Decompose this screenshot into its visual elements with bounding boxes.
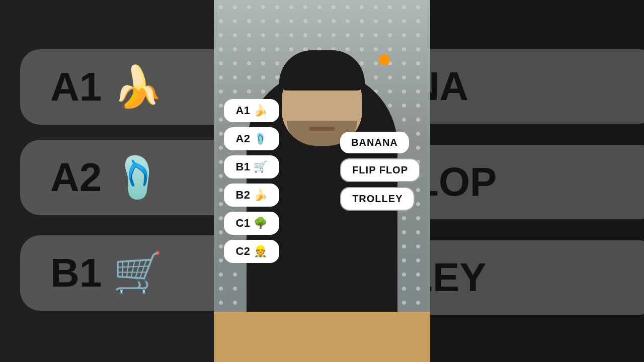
card-flipflop-label: FLIP FLOP — [352, 164, 408, 175]
card-banana[interactable]: BANANA — [340, 132, 409, 153]
card-b1[interactable]: B1 🛒 — [224, 155, 279, 178]
card-a2[interactable]: A2 🩴 — [224, 127, 279, 150]
card-a1-label: A1 🍌 — [235, 104, 267, 117]
bg-card-b1-text: B1 🛒 — [50, 250, 164, 295]
cards-area: A1 🍌 A2 🩴 B1 🛒 B2 🍌 C1 🌳 C2 👷 BANANA — [214, 0, 430, 362]
card-flipflop[interactable]: FLIP FLOP — [340, 158, 420, 182]
card-b2-label: B2 🍌 — [235, 189, 267, 201]
card-c2[interactable]: C2 👷 — [224, 240, 279, 263]
card-a2-label: A2 🩴 — [235, 132, 267, 145]
card-trolley-label: TROLLEY — [352, 193, 403, 204]
card-c1-label: C1 🌳 — [235, 217, 267, 229]
right-cards-column: BANANA FLIP FLOP TROLLEY — [340, 132, 420, 211]
card-a1[interactable]: A1 🍌 — [224, 99, 279, 122]
card-c2-label: C2 👷 — [235, 245, 267, 257]
card-c1[interactable]: C1 🌳 — [224, 212, 279, 235]
left-cards-column: A1 🍌 A2 🩴 B1 🛒 B2 🍌 C1 🌳 C2 👷 — [224, 99, 279, 263]
bg-card-a2-text: A2 🩴 — [50, 155, 164, 200]
card-b2[interactable]: B2 🍌 — [224, 184, 279, 207]
center-panel: A1 🍌 A2 🩴 B1 🛒 B2 🍌 C1 🌳 C2 👷 BANANA — [214, 0, 430, 362]
card-banana-label: BANANA — [351, 137, 398, 148]
card-trolley[interactable]: TROLLEY — [340, 187, 415, 211]
bg-card-a1-text: A1 🍌 — [50, 64, 164, 109]
card-b1-label: B1 🛒 — [235, 160, 267, 173]
